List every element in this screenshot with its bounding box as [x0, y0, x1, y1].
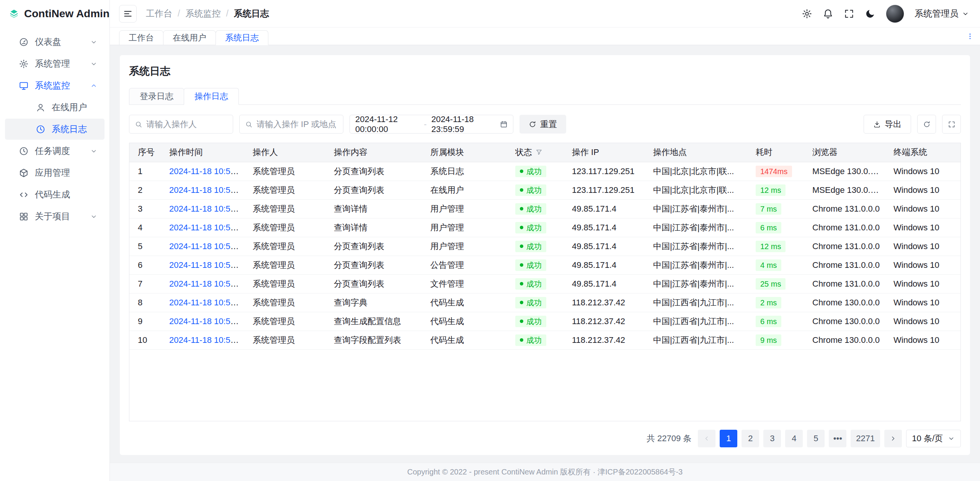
page-size-value: 10 条/页 [912, 433, 943, 444]
cell-duration: 7 ms [750, 199, 806, 218]
log-time-link[interactable]: 2024-11-18 10:51:52 [169, 279, 247, 289]
table-fullscreen-button[interactable] [942, 115, 961, 134]
cell-time: 2024-11-18 10:52:55 [163, 162, 247, 181]
status-dot [520, 320, 523, 323]
cell-module: 公告管理 [424, 256, 509, 274]
cell-status: 成功 [509, 331, 566, 349]
log-time-link[interactable]: 2024-11-18 10:52:47 [169, 185, 247, 195]
cell-ip: 118.212.37.42 [566, 293, 647, 312]
user-menu[interactable]: 系统管理员 [915, 8, 969, 20]
table-header-row: 序号 操作时间 操作人 操作内容 所属模块 状态 操作 IP 操作 [129, 143, 960, 162]
search-icon [245, 121, 253, 128]
tab-operation-logs[interactable]: 操作日志 [184, 88, 239, 105]
pagination-prev-button[interactable] [698, 430, 715, 447]
cell-time: 2024-11-18 10:52:05 [163, 218, 247, 237]
cell-time: 2024-11-18 10:51:49 [163, 331, 247, 349]
tab-workbench[interactable]: 工作台 [119, 30, 163, 45]
avatar[interactable] [886, 5, 904, 23]
menu-fold-icon [123, 9, 133, 19]
pagination-ellipsis[interactable]: ••• [829, 430, 846, 447]
table-row: 32024-11-18 10:52:12系统管理员查询详情用户管理成功49.85… [129, 199, 960, 218]
breadcrumb-item[interactable]: 系统监控 [185, 8, 220, 20]
chevron-down-icon [90, 213, 98, 220]
cell-content: 查询详情 [328, 199, 424, 218]
sidebar-item-label: 在线用户 [52, 101, 98, 113]
pagination-page-1[interactable]: 1 [720, 430, 737, 447]
table-row: 72024-11-18 10:51:52系统管理员分页查询列表文件管理成功49.… [129, 274, 960, 293]
log-time-link[interactable]: 2024-11-18 10:52:05 [169, 223, 247, 232]
cell-os: Windows 10 [887, 331, 960, 349]
pagination-page-5[interactable]: 5 [807, 430, 825, 447]
cell-location: 中国|江西省|九江市|... [647, 312, 750, 331]
sidebar-item-task-schedule[interactable]: 任务调度 [5, 140, 105, 161]
cell-ip: 123.117.129.251 [566, 162, 647, 181]
status-dot [520, 207, 523, 210]
page-size-select[interactable]: 10 条/页 [906, 430, 961, 447]
status-dot [520, 338, 523, 342]
fullscreen-button[interactable] [844, 8, 854, 19]
tab-system-logs[interactable]: 系统日志 [216, 30, 268, 45]
monitor-icon [19, 81, 29, 91]
breadcrumb-item[interactable]: 工作台 [146, 8, 172, 20]
pagination-page-4[interactable]: 4 [785, 430, 803, 447]
breadcrumb: 工作台 / 系统监控 / 系统日志 [146, 8, 269, 20]
pagination-next-button[interactable] [884, 430, 902, 447]
sidebar-item-system-logs[interactable]: 系统日志 [5, 119, 105, 140]
reset-button[interactable]: 重置 [519, 115, 566, 134]
cell-operator: 系统管理员 [247, 199, 328, 218]
log-time-link[interactable]: 2024-11-18 10:51:55 [169, 241, 247, 251]
calendar-icon [500, 121, 508, 128]
sidebar-item-app-management[interactable]: 应用管理 [5, 162, 105, 183]
chevron-down-icon [90, 60, 98, 68]
sidebar-item-system-management[interactable]: 系统管理 [5, 53, 105, 74]
date-range-picker[interactable]: 2024-11-12 00:00:00 - 2024-11-18 23:59:5… [350, 115, 513, 134]
cell-operator: 系统管理员 [247, 274, 328, 293]
duration-badge: 7 ms [756, 203, 781, 215]
notifications-button[interactable] [823, 8, 833, 19]
cell-operator: 系统管理员 [247, 293, 328, 312]
log-time-link[interactable]: 2024-11-18 10:51:49 [169, 335, 247, 345]
sidebar-collapse-button[interactable] [119, 5, 137, 23]
table-row: 52024-11-18 10:51:55系统管理员分页查询列表用户管理成功49.… [129, 237, 960, 256]
table-row: 92024-11-18 10:51:49系统管理员查询生成配置信息代码生成成功1… [129, 312, 960, 331]
sidebar-item-label: 应用管理 [35, 167, 98, 179]
sidebar-item-dashboard[interactable]: 仪表盘 [5, 31, 105, 52]
sidebar-item-label: 系统日志 [52, 123, 98, 135]
cell-module: 用户管理 [424, 237, 509, 256]
cell-status: 成功 [509, 256, 566, 274]
pagination-last-page[interactable]: 2271 [851, 430, 880, 447]
cell-os: Windows 10 [887, 237, 960, 256]
tab-login-logs[interactable]: 登录日志 [129, 88, 184, 105]
operator-search-input[interactable] [146, 119, 227, 129]
cell-browser: Chrome 130.0.0.0 [806, 312, 887, 331]
log-time-link[interactable]: 2024-11-18 10:52:12 [169, 204, 247, 214]
cell-operator: 系统管理员 [247, 237, 328, 256]
theme-toggle-button[interactable] [865, 8, 875, 19]
cell-index: 8 [129, 293, 163, 312]
log-time-link[interactable]: 2024-11-18 10:51:49 [169, 316, 247, 326]
status-badge: 成功 [515, 278, 546, 290]
log-time-link[interactable]: 2024-11-18 10:51:50 [169, 298, 247, 307]
log-time-link[interactable]: 2024-11-18 10:51:53 [169, 260, 247, 270]
refresh-table-button[interactable] [917, 115, 936, 134]
sidebar-item-system-monitor[interactable]: 系统监控 [5, 75, 105, 96]
export-button[interactable]: 导出 [864, 115, 911, 134]
operator-search-field [129, 115, 233, 134]
sidebar-item-online-users[interactable]: 在线用户 [5, 97, 105, 118]
settings-button[interactable] [802, 8, 812, 19]
status-dot [520, 282, 523, 285]
cell-time: 2024-11-18 10:52:47 [163, 181, 247, 199]
ip-search-input[interactable] [256, 119, 338, 129]
cell-content: 查询字典 [328, 293, 424, 312]
pagination-page-3[interactable]: 3 [763, 430, 781, 447]
pagination-page-2[interactable]: 2 [742, 430, 759, 447]
cell-ip: 118.212.37.42 [566, 331, 647, 349]
tab-online-users[interactable]: 在线用户 [163, 30, 216, 45]
copyright-text: Copyright © 2022 - present ContiNew Admi… [407, 467, 683, 477]
sidebar-item-about[interactable]: 关于项目 [5, 206, 105, 227]
tab-more-button[interactable] [966, 33, 974, 40]
status-filter-icon[interactable] [535, 148, 543, 156]
code-icon [19, 190, 29, 200]
log-time-link[interactable]: 2024-11-18 10:52:55 [169, 166, 247, 176]
sidebar-item-code-generation[interactable]: 代码生成 [5, 184, 105, 205]
